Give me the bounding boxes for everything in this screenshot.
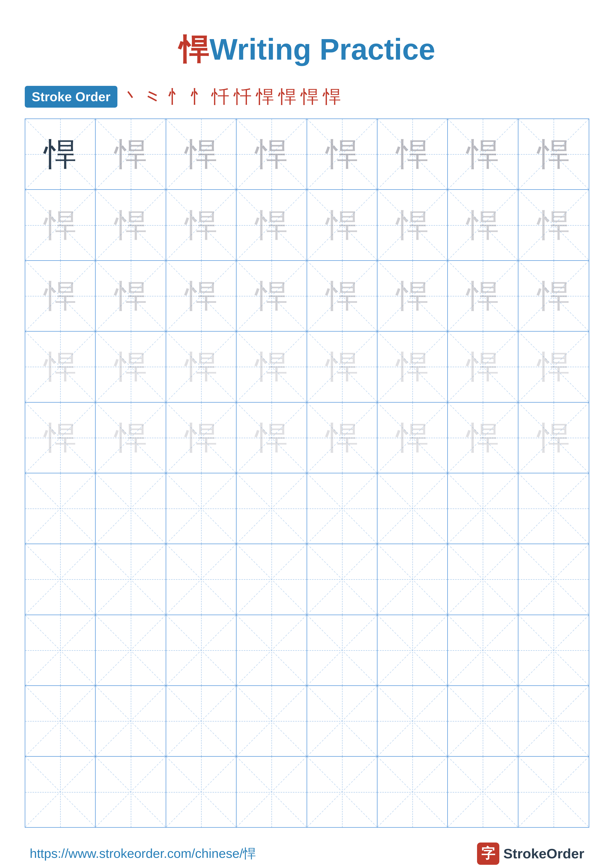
- cell-1-4[interactable]: 悍: [236, 119, 307, 189]
- cell-9-3[interactable]: [166, 686, 236, 756]
- svg-line-149: [166, 756, 236, 827]
- cell-3-3[interactable]: 悍: [166, 261, 236, 331]
- cell-2-3[interactable]: 悍: [166, 190, 236, 260]
- cell-6-6[interactable]: [378, 473, 448, 544]
- svg-line-135: [236, 686, 306, 756]
- cell-4-7[interactable]: 悍: [448, 332, 518, 402]
- cell-4-6[interactable]: 悍: [378, 332, 448, 402]
- svg-line-132: [166, 686, 236, 756]
- cell-8-8[interactable]: [518, 615, 589, 685]
- cell-2-7[interactable]: 悍: [448, 190, 518, 260]
- cell-6-1[interactable]: [25, 473, 96, 544]
- cell-5-1[interactable]: 悍: [25, 403, 96, 473]
- cell-1-6[interactable]: 悍: [378, 119, 448, 189]
- svg-line-103: [236, 544, 306, 614]
- cell-4-8[interactable]: 悍: [518, 332, 589, 402]
- cell-2-5[interactable]: 悍: [307, 190, 378, 260]
- char-1-8: 悍: [538, 138, 570, 170]
- cell-6-5[interactable]: [307, 473, 378, 544]
- cell-1-2[interactable]: 悍: [96, 119, 166, 189]
- cell-8-6[interactable]: [378, 615, 448, 685]
- cell-7-4[interactable]: [236, 544, 307, 614]
- cell-3-4[interactable]: 悍: [236, 261, 307, 331]
- cell-5-3[interactable]: 悍: [166, 403, 236, 473]
- cell-9-4[interactable]: [236, 686, 307, 756]
- cell-2-1[interactable]: 悍: [25, 190, 96, 260]
- cell-8-2[interactable]: [96, 615, 166, 685]
- cell-5-2[interactable]: 悍: [96, 403, 166, 473]
- cell-4-3[interactable]: 悍: [166, 332, 236, 402]
- svg-line-109: [448, 544, 518, 614]
- cell-9-2[interactable]: [96, 686, 166, 756]
- cell-2-2[interactable]: 悍: [96, 190, 166, 260]
- svg-line-151: [236, 756, 306, 827]
- cell-9-8[interactable]: [518, 686, 589, 756]
- cell-3-5[interactable]: 悍: [307, 261, 378, 331]
- stroke-order-row: Stroke Order 丶 ⺀ 忄 忄 忏 忏 悍 悍 悍 悍: [25, 85, 589, 108]
- cell-8-7[interactable]: [448, 615, 518, 685]
- cell-9-1[interactable]: [25, 686, 96, 756]
- cell-7-6[interactable]: [378, 544, 448, 614]
- cell-2-8[interactable]: 悍: [518, 190, 589, 260]
- cell-10-3[interactable]: [166, 756, 236, 827]
- cell-10-8[interactable]: [518, 756, 589, 827]
- cell-1-8[interactable]: 悍: [518, 119, 589, 189]
- cell-6-3[interactable]: [166, 473, 236, 544]
- svg-line-142: [518, 686, 589, 756]
- cell-10-1[interactable]: [25, 756, 96, 827]
- cell-6-7[interactable]: [448, 473, 518, 544]
- cell-5-8[interactable]: 悍: [518, 403, 589, 473]
- char-2-3: 悍: [185, 209, 217, 241]
- cell-1-7[interactable]: 悍: [448, 119, 518, 189]
- cell-3-2[interactable]: 悍: [96, 261, 166, 331]
- cell-4-2[interactable]: 悍: [96, 332, 166, 402]
- cell-2-6[interactable]: 悍: [378, 190, 448, 260]
- cell-10-5[interactable]: [307, 756, 378, 827]
- cell-7-3[interactable]: [166, 544, 236, 614]
- cell-5-5[interactable]: 悍: [307, 403, 378, 473]
- cell-10-7[interactable]: [448, 756, 518, 827]
- cell-10-6[interactable]: [378, 756, 448, 827]
- cell-7-5[interactable]: [307, 544, 378, 614]
- cell-9-6[interactable]: [378, 686, 448, 756]
- svg-line-95: [518, 473, 589, 544]
- cell-8-4[interactable]: [236, 615, 307, 685]
- cell-2-4[interactable]: 悍: [236, 190, 307, 260]
- cell-9-7[interactable]: [448, 686, 518, 756]
- cell-8-1[interactable]: [25, 615, 96, 685]
- footer-url[interactable]: https://www.strokeorder.com/chinese/悍: [30, 845, 256, 862]
- cell-4-5[interactable]: 悍: [307, 332, 378, 402]
- cell-5-7[interactable]: 悍: [448, 403, 518, 473]
- cell-1-1[interactable]: 悍: [25, 119, 96, 189]
- cell-3-6[interactable]: 悍: [378, 261, 448, 331]
- cell-7-2[interactable]: [96, 544, 166, 614]
- cell-3-8[interactable]: 悍: [518, 261, 589, 331]
- svg-line-113: [25, 615, 95, 685]
- cell-3-1[interactable]: 悍: [25, 261, 96, 331]
- cell-4-4[interactable]: 悍: [236, 332, 307, 402]
- char-3-2: 悍: [115, 280, 147, 312]
- cell-7-7[interactable]: [448, 544, 518, 614]
- grid-row-7: [25, 544, 589, 615]
- cell-7-8[interactable]: [518, 544, 589, 614]
- cell-3-7[interactable]: 悍: [448, 261, 518, 331]
- svg-line-120: [307, 615, 377, 685]
- cell-6-4[interactable]: [236, 473, 307, 544]
- svg-line-158: [518, 756, 589, 827]
- cell-10-4[interactable]: [236, 756, 307, 827]
- cell-6-8[interactable]: [518, 473, 589, 544]
- cell-8-3[interactable]: [166, 615, 236, 685]
- cell-7-1[interactable]: [25, 544, 96, 614]
- cell-4-1[interactable]: 悍: [25, 332, 96, 402]
- char-1-3: 悍: [185, 138, 217, 170]
- svg-line-124: [448, 615, 518, 685]
- cell-6-2[interactable]: [96, 473, 166, 544]
- cell-8-5[interactable]: [307, 615, 378, 685]
- cell-1-3[interactable]: 悍: [166, 119, 236, 189]
- cell-5-6[interactable]: 悍: [378, 403, 448, 473]
- cell-5-4[interactable]: 悍: [236, 403, 307, 473]
- stroke-10: 悍: [323, 85, 341, 108]
- cell-9-5[interactable]: [307, 686, 378, 756]
- cell-1-5[interactable]: 悍: [307, 119, 378, 189]
- cell-10-2[interactable]: [96, 756, 166, 827]
